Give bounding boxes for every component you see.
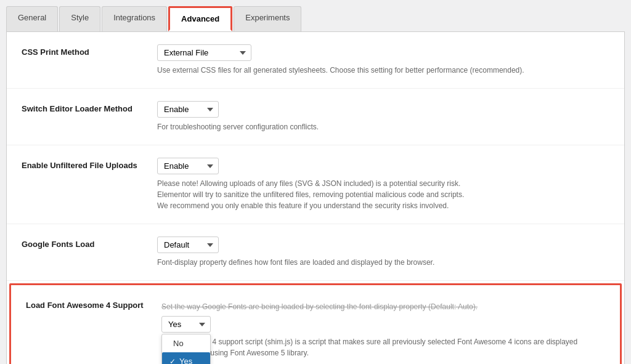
yes-checkmark: ✓ [169,357,176,365]
unfiltered-uploads-label: Enable Unfiltered File Uploads [22,158,157,171]
tab-bar: General Style Integrations Advanced Expe… [6,6,625,31]
setting-unfiltered-uploads: Enable Unfiltered File Uploads Enable Di… [7,145,624,224]
dropdown-option-no[interactable]: No [162,334,210,352]
css-print-method-select[interactable]: External File Internal Embedding [157,44,251,61]
css-print-method-label: CSS Print Method [22,44,157,58]
tab-general[interactable]: General [6,6,58,31]
setting-switch-editor-loader: Switch Editor Loader Method Enable Disab… [7,89,624,145]
switch-editor-loader-control: Enable Disable For troubleshooting serve… [157,101,609,132]
switch-editor-loader-label: Switch Editor Loader Method [22,101,157,115]
css-print-method-description: Use external CSS files for all generated… [157,65,588,76]
switch-editor-loader-description: For troubleshooting server configuration… [157,121,588,132]
setting-load-font-awesome: Load Font Awesome 4 Support Set the way … [9,283,622,364]
tab-experiments[interactable]: Experiments [234,6,301,31]
load-font-awesome-control: Set the way Google Fonts are being loade… [161,297,605,358]
load-font-awesome-dropdown-wrapper: No Yes No ✓ Yes [161,316,211,333]
google-fonts-load-description: Font-display property defines how font f… [157,257,588,268]
setting-css-print-method: CSS Print Method External File Internal … [7,32,624,89]
load-font-awesome-label: Load Font Awesome 4 Support [26,297,161,311]
tab-style[interactable]: Style [59,6,100,31]
google-fonts-load-control: Default Early Late None Font-display pro… [157,237,609,268]
load-font-awesome-description: Font Awesome 4 support script (shim.js) … [161,336,593,358]
unfiltered-uploads-select[interactable]: Enable Disable [157,158,219,174]
load-font-awesome-strikethrough: Set the way Google Fonts are being loade… [161,301,593,312]
unfiltered-uploads-description: Please note! Allowing uploads of any fil… [157,178,588,211]
dropdown-option-yes[interactable]: ✓ Yes [162,352,210,364]
switch-editor-loader-select[interactable]: Enable Disable [157,101,219,118]
load-font-awesome-select[interactable]: No Yes [161,316,211,333]
content-area: CSS Print Method External File Internal … [6,31,625,364]
google-fonts-load-label: Google Fonts Load [22,237,157,250]
tab-integrations[interactable]: Integrations [102,6,167,31]
page-container: General Style Integrations Advanced Expe… [0,0,631,364]
load-font-awesome-popup: No ✓ Yes [161,334,211,364]
load-font-awesome-dropdown-container: No Yes No ✓ Yes [161,316,211,333]
unfiltered-uploads-control: Enable Disable Please note! Allowing upl… [157,158,609,211]
google-fonts-load-select[interactable]: Default Early Late None [157,237,219,253]
tab-advanced[interactable]: Advanced [168,6,232,31]
css-print-method-control: External File Internal Embedding Use ext… [157,44,609,76]
setting-google-fonts-load: Google Fonts Load Default Early Late Non… [7,224,624,281]
